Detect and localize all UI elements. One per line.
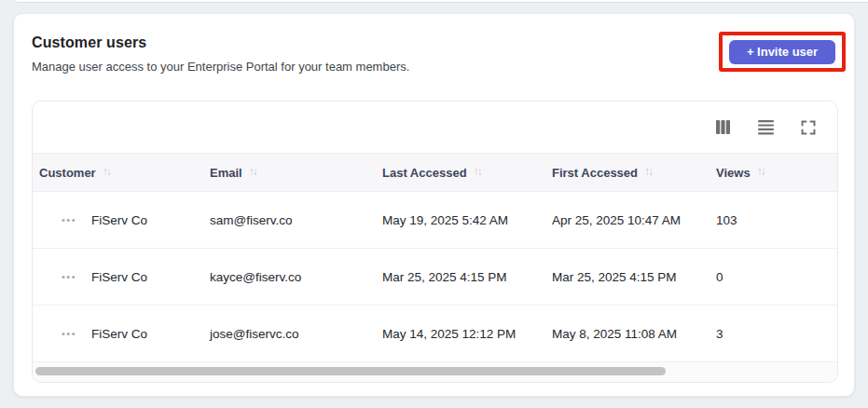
row-actions-icon[interactable]: ••• (58, 329, 80, 339)
email-cell: sam@fiserv.co (203, 213, 376, 227)
invite-user-button[interactable]: + Invite user (729, 40, 835, 64)
column-header-customer[interactable]: Customer ↑↓ (33, 166, 203, 180)
email-cell: jose@fiservc.co (203, 327, 376, 341)
customer-users-panel: Customer users Manage user access to you… (13, 13, 855, 397)
previous-card-bottom-edge (15, 0, 868, 3)
sort-icon[interactable]: ↑↓ (474, 165, 481, 178)
first-accessed-cell: Apr 25, 2025 10:47 AM (545, 213, 710, 227)
row-actions-icon[interactable]: ••• (58, 215, 80, 225)
users-table: Customer ↑↓ Email ↑↓ Last Accessed ↑↓ Fi… (32, 101, 838, 383)
page-subtitle: Manage user access to your Enterprise Po… (32, 60, 409, 74)
views-cell: 0 (710, 270, 837, 284)
column-label: Email (210, 166, 242, 180)
views-cell: 103 (710, 213, 837, 227)
customer-name: FiServ Co (91, 213, 147, 227)
row-height-icon[interactable] (756, 118, 775, 137)
email-cell: kayce@fiserv.co (203, 270, 376, 284)
customer-name: FiServ Co (91, 327, 147, 341)
fullscreen-icon[interactable] (799, 118, 818, 137)
row-actions-icon[interactable]: ••• (58, 272, 80, 282)
last-accessed-cell: Mar 25, 2025 4:15 PM (376, 270, 545, 284)
table-header-row: Customer ↑↓ Email ↑↓ Last Accessed ↑↓ Fi… (33, 153, 837, 192)
annotation-highlight: + Invite user (719, 32, 846, 72)
table-row: ••• FiServ Co sam@fiserv.co May 19, 2025… (33, 192, 837, 249)
table-row: ••• FiServ Co jose@fiservc.co May 14, 20… (33, 306, 837, 362)
column-label: Views (716, 166, 751, 180)
last-accessed-cell: May 19, 2025 5:42 AM (376, 213, 545, 227)
views-cell: 3 (710, 327, 837, 341)
column-header-last-accessed[interactable]: Last Accessed ↑↓ (376, 166, 545, 180)
sort-icon[interactable]: ↑↓ (249, 165, 256, 178)
column-label: First Accessed (552, 166, 638, 180)
first-accessed-cell: Mar 25, 2025 4:15 PM (545, 270, 710, 284)
first-accessed-cell: May 8, 2025 11:08 AM (545, 327, 710, 341)
customer-cell: ••• FiServ Co (33, 327, 203, 341)
column-header-email[interactable]: Email ↑↓ (203, 166, 376, 180)
column-label: Customer (39, 166, 96, 180)
horizontal-scrollbar-track[interactable] (33, 362, 837, 383)
column-label: Last Accessed (382, 166, 467, 180)
column-header-views[interactable]: Views ↑↓ (710, 166, 837, 180)
sort-icon[interactable]: ↑↓ (644, 165, 652, 178)
horizontal-scrollbar-thumb[interactable] (35, 367, 666, 375)
table-toolbar (33, 102, 837, 153)
columns-icon[interactable] (713, 118, 732, 137)
customer-cell: ••• FiServ Co (33, 213, 203, 227)
column-header-first-accessed[interactable]: First Accessed ↑↓ (545, 166, 710, 180)
sort-icon[interactable]: ↑↓ (757, 165, 765, 178)
customer-cell: ••• FiServ Co (33, 270, 203, 284)
customer-name: FiServ Co (91, 270, 147, 284)
page-title: Customer users (32, 34, 146, 51)
last-accessed-cell: May 14, 2025 12:12 PM (376, 327, 545, 341)
table-row: ••• FiServ Co kayce@fiserv.co Mar 25, 20… (33, 249, 837, 306)
sort-icon[interactable]: ↑↓ (103, 165, 110, 178)
